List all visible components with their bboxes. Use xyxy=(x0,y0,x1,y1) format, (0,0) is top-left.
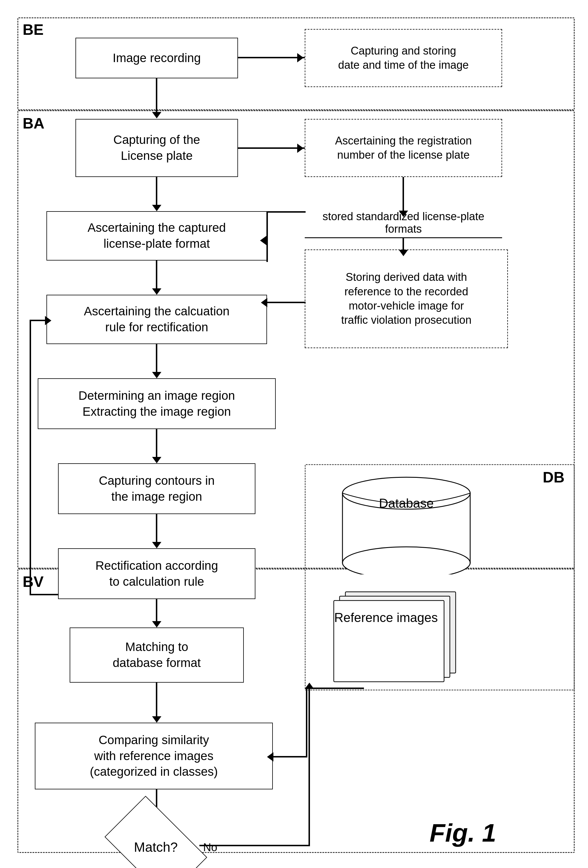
ascertaining-reg-box: Ascertaining the registration number of … xyxy=(305,119,502,177)
arrow-dr-to-cc xyxy=(156,429,157,458)
database-cylinder xyxy=(334,476,479,574)
ascertaining-format-label: Ascertaining the captured license-plate … xyxy=(88,220,226,251)
rectification-box: Rectification according to calculation r… xyxy=(58,548,256,599)
arrow-no-v xyxy=(309,688,310,846)
ascertaining-calc-label: Ascertaining the calcuation rule for rec… xyxy=(84,303,230,335)
determining-region-label: Determining an image region Extracting t… xyxy=(78,388,235,419)
storing-derived-label: Storing derived data with reference to t… xyxy=(341,270,471,328)
capturing-storing-label: Capturing and storing date and time of t… xyxy=(338,44,469,72)
arrow-ac-to-dr xyxy=(156,344,157,373)
loop-line-v xyxy=(30,320,31,595)
arrowhead-ir-to-clp xyxy=(152,112,161,118)
arrowhead-clp-to-ar xyxy=(297,143,304,153)
arrowhead-cc-to-rect xyxy=(152,542,161,548)
arrowhead-match-to-compare xyxy=(152,716,161,723)
reference-images-stack xyxy=(328,586,485,685)
section-bv xyxy=(18,568,575,853)
arrow-af-to-ac xyxy=(156,261,157,289)
matching-db-box: Matching to database format xyxy=(69,627,244,683)
loop-line-h-top xyxy=(30,320,47,321)
arrow-clp-to-af xyxy=(156,177,157,206)
arrow-ir-to-cs xyxy=(238,57,305,58)
reference-images-label: Reference images xyxy=(328,609,444,626)
arrow-db-v-connector xyxy=(306,688,307,757)
arrow-ir-to-clp xyxy=(156,78,157,113)
arrow-rect-to-match xyxy=(156,599,157,622)
matching-db-label: Matching to database format xyxy=(112,639,201,671)
arrowhead-db-to-compare xyxy=(267,752,273,762)
ascertaining-reg-label: Ascertaining the registration number of … xyxy=(335,134,471,162)
section-ba-label: BA xyxy=(23,115,44,132)
arrowhead-std-to-sd xyxy=(399,250,408,256)
arrow-ar-to-std xyxy=(403,177,404,212)
comparing-box: Comparing similarity with reference imag… xyxy=(35,723,273,790)
arrow-std-to-af-h xyxy=(266,211,306,213)
image-recording-box: Image recording xyxy=(75,38,238,78)
no-label: No xyxy=(203,841,217,854)
arrow-no-h xyxy=(199,845,310,846)
arrowhead-ac-to-dr xyxy=(152,372,161,378)
arrow-std-to-af-v xyxy=(266,211,268,262)
ascertaining-calc-box: Ascertaining the calcuation rule for rec… xyxy=(46,295,267,344)
match-label: Match? xyxy=(134,839,178,855)
image-recording-label: Image recording xyxy=(112,50,201,66)
capturing-license-label: Capturing of the License plate xyxy=(114,132,200,164)
arrow-match-to-compare xyxy=(156,683,157,717)
capturing-license-box: Capturing of the License plate xyxy=(75,119,238,177)
arrowhead-rect-to-match xyxy=(152,621,161,627)
arrow-sd-to-ac xyxy=(267,302,306,303)
diamond-container: Match? xyxy=(112,818,199,868)
svg-point-2 xyxy=(343,547,470,574)
storing-derived-box: Storing derived data with reference to t… xyxy=(305,249,508,348)
arrowhead-dr-to-cc xyxy=(152,457,161,463)
arrow-db-to-compare xyxy=(273,756,306,757)
loop-line-h-bottom xyxy=(30,594,59,595)
fig-label: Fig. 1 xyxy=(430,818,496,848)
section-bv-label: BV xyxy=(23,573,44,590)
arrow-db-h-top xyxy=(306,688,364,689)
rectification-label: Rectification according to calculation r… xyxy=(96,558,218,589)
arrowhead-ar-to-std xyxy=(399,211,408,217)
arrow-clp-to-ar xyxy=(238,148,305,149)
arrow-std-to-sd xyxy=(403,238,404,251)
capturing-contours-label: Capturing contours in the image region xyxy=(99,473,214,505)
arrowhead-ir-to-cs xyxy=(297,53,304,62)
loop-arrowhead xyxy=(45,316,52,325)
ascertaining-format-box: Ascertaining the captured license-plate … xyxy=(46,211,267,261)
arrow-cc-to-rect xyxy=(156,514,157,543)
determining-region-box: Determining an image region Extracting t… xyxy=(38,378,276,429)
section-be-label: BE xyxy=(23,21,44,38)
capturing-storing-box: Capturing and storing date and time of t… xyxy=(305,29,502,87)
diagram-container: BE BA DB BV Image recording Capturing of… xyxy=(0,0,588,868)
arrowhead-std-to-af xyxy=(260,236,266,245)
arrowhead-af-to-ac xyxy=(152,288,161,295)
capturing-contours-box: Capturing contours in the image region xyxy=(58,463,256,514)
arrowhead-sd-to-ac xyxy=(261,298,267,307)
database-label: Database xyxy=(334,496,479,511)
comparing-label: Comparing similarity with reference imag… xyxy=(90,732,218,780)
section-db-label: DB xyxy=(543,468,564,486)
arrowhead-clp-to-af xyxy=(152,205,161,211)
